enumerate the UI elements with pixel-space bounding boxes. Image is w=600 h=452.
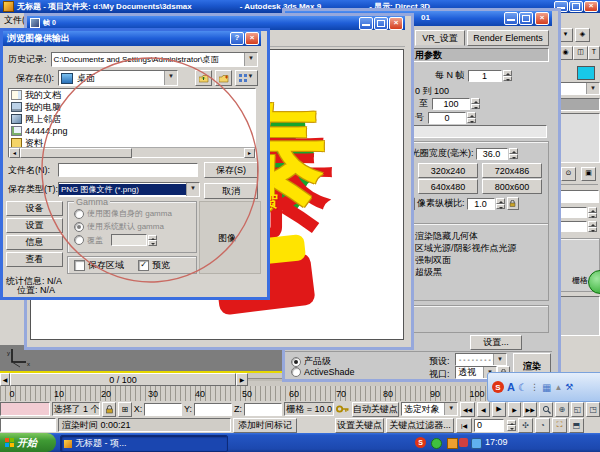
tray-icon[interactable] <box>447 438 458 449</box>
listener-line[interactable] <box>0 418 56 432</box>
view-button[interactable]: 查看 <box>6 252 63 267</box>
prev-key-button[interactable]: |◀ <box>456 418 472 433</box>
gamma-override-radio[interactable]: 覆盖 <box>74 234 196 246</box>
zoom-region-icon[interactable]: ⛶ <box>552 418 567 433</box>
up-one-level-icon[interactable] <box>195 70 212 86</box>
ime-wrench-icon[interactable]: ⚒ <box>565 382 573 392</box>
start-button[interactable]: 开始 <box>0 433 56 452</box>
gamma-own-radio[interactable]: 使用图像自身的 gamma <box>74 208 196 219</box>
maximize-icon[interactable] <box>519 12 533 25</box>
scrollbar-thumb[interactable] <box>20 148 132 158</box>
close-icon[interactable]: × <box>584 1 598 12</box>
selection-lock-icon[interactable] <box>102 402 116 417</box>
every-n-input[interactable]: 1 <box>468 70 502 82</box>
next-frame-button[interactable]: ▶ <box>508 402 521 417</box>
res-720x486-button[interactable]: 720x486 <box>482 163 542 178</box>
min-max-toggle-icon[interactable]: ⬒ <box>569 418 584 433</box>
spinner[interactable] <box>467 112 476 123</box>
history-dropdown[interactable]: C:\Documents and Settings\Administrator\… <box>51 52 258 67</box>
res-800x600-button[interactable]: 800x600 <box>482 179 542 194</box>
absolute-mode-icon[interactable]: ⊞ <box>118 402 132 417</box>
res-640x480-button[interactable]: 640x480 <box>418 179 478 194</box>
macro-recorder-line[interactable] <box>0 402 50 416</box>
z-coord-input[interactable] <box>244 403 282 416</box>
panel-tab-icon[interactable]: ◫ <box>573 46 588 60</box>
list-item[interactable]: 44444.png <box>9 125 255 137</box>
minimize-icon[interactable] <box>504 12 518 25</box>
zoom-extents-icon[interactable] <box>539 402 553 417</box>
frame-prev-arrow[interactable]: ◀ <box>0 373 10 386</box>
spinner[interactable] <box>496 198 505 209</box>
file-number-input[interactable]: 0 <box>428 112 466 124</box>
ime-moon-icon[interactable]: ☾ <box>518 382 527 393</box>
panel-spinner-row[interactable] <box>559 207 597 218</box>
go-to-start-button[interactable]: ◀◀ <box>460 402 475 417</box>
taskbar-task-button[interactable]: 无标题 - 项... <box>60 435 228 452</box>
ime-icon[interactable]: S <box>492 381 504 393</box>
key-filters-button[interactable]: 关键点过滤器... <box>386 418 454 433</box>
play-button[interactable]: ▶ <box>492 402 507 417</box>
toolbar-icon[interactable]: ◈ <box>575 28 590 42</box>
panel-field[interactable] <box>557 190 599 203</box>
tray-green-icon[interactable] <box>431 438 442 449</box>
help-icon[interactable]: ? <box>230 32 244 45</box>
maximize-icon[interactable] <box>569 1 583 12</box>
filetype-dropdown[interactable]: PNG 图像文件 (*.png) ▼ <box>58 182 200 197</box>
spinner[interactable] <box>509 148 518 159</box>
color-swatch[interactable] <box>577 66 595 80</box>
close-icon[interactable]: × <box>535 12 549 25</box>
aperture-input[interactable]: 36.0 <box>476 148 508 160</box>
prev-frame-button[interactable]: ◀ <box>477 402 490 417</box>
tray-icon[interactable] <box>459 438 468 447</box>
x-coord-input[interactable] <box>144 403 182 416</box>
cancel-button[interactable]: 取消 <box>204 183 258 199</box>
pan-hand-icon[interactable]: ✣ <box>518 418 533 433</box>
auto-key-button[interactable]: 自动关键点 <box>352 402 399 417</box>
tab-render-elements[interactable]: Render Elements <box>467 30 549 46</box>
panel-icon-button[interactable]: ⊙ <box>561 167 576 181</box>
current-frame-field[interactable]: 0 <box>474 419 504 432</box>
setup-button[interactable]: 设置 <box>6 218 63 233</box>
range-to-input[interactable]: 100 <box>432 98 470 110</box>
tray-icon[interactable] <box>471 438 482 449</box>
gamma-override-input[interactable] <box>111 234 147 246</box>
preview-checkbox[interactable]: ✓预览 <box>138 259 170 272</box>
ime-dots-icon[interactable]: ⋮ <box>530 382 539 392</box>
devices-button[interactable]: 设备 <box>6 201 63 216</box>
maximize-icon[interactable] <box>374 17 388 30</box>
file-list[interactable]: 我的文档 我的电脑 网上邻居 44444.png 资料 ◄ <box>8 88 256 158</box>
spinner[interactable] <box>148 235 157 246</box>
pixel-aspect-input[interactable]: 1.0 <box>467 198 495 210</box>
preset-dropdown[interactable]: ----------▼ <box>455 353 507 366</box>
setup-button[interactable]: 设置... <box>470 335 522 350</box>
field-of-view-icon[interactable]: ◱ <box>571 402 585 417</box>
scroll-right-icon[interactable]: ► <box>244 148 255 158</box>
pixel-aspect-lock-icon[interactable] <box>507 197 519 210</box>
save-button[interactable]: 保存(S) <box>204 162 258 178</box>
add-time-tag-button[interactable]: 添加时间标记 <box>233 418 297 433</box>
list-item[interactable]: 我的文档 <box>9 89 255 101</box>
list-item[interactable]: 我的电脑 <box>9 101 255 113</box>
list-item[interactable]: 网上邻居 <box>9 113 255 125</box>
tab-vr-settings[interactable]: VR_设置 <box>415 30 465 46</box>
time-slider-handle[interactable]: 0 / 100 <box>10 373 236 386</box>
save-in-dropdown[interactable]: 桌面▼ <box>58 70 178 86</box>
close-icon[interactable]: × <box>389 17 403 30</box>
y-coord-input[interactable] <box>194 403 232 416</box>
maximize-viewport-icon[interactable]: ◳ <box>586 402 600 417</box>
selection-filter-dropdown[interactable]: 选定对象▼ <box>401 402 459 416</box>
tray-ime-icon[interactable]: S <box>415 437 426 448</box>
info-button[interactable]: 信息 <box>6 235 63 250</box>
option-super-black[interactable]: 超级黑 <box>415 266 442 279</box>
ime-tool-icon[interactable]: ▲ <box>554 383 562 392</box>
ime-board-icon[interactable]: ▦ <box>542 382 551 393</box>
activeshade-radio[interactable]: ActiveShade <box>291 367 355 377</box>
panel-dropdown[interactable]: ▼ <box>557 82 600 95</box>
new-folder-icon[interactable] <box>215 70 232 86</box>
view-menu-icon[interactable]: ▼ <box>235 70 258 86</box>
frame-spinner[interactable] <box>507 420 516 431</box>
minimize-icon[interactable] <box>359 17 373 30</box>
close-icon[interactable]: × <box>245 32 259 45</box>
ime-letter-icon[interactable]: A <box>507 381 515 393</box>
gamma-system-radio[interactable]: 使用系统默认 gamma <box>74 221 196 232</box>
